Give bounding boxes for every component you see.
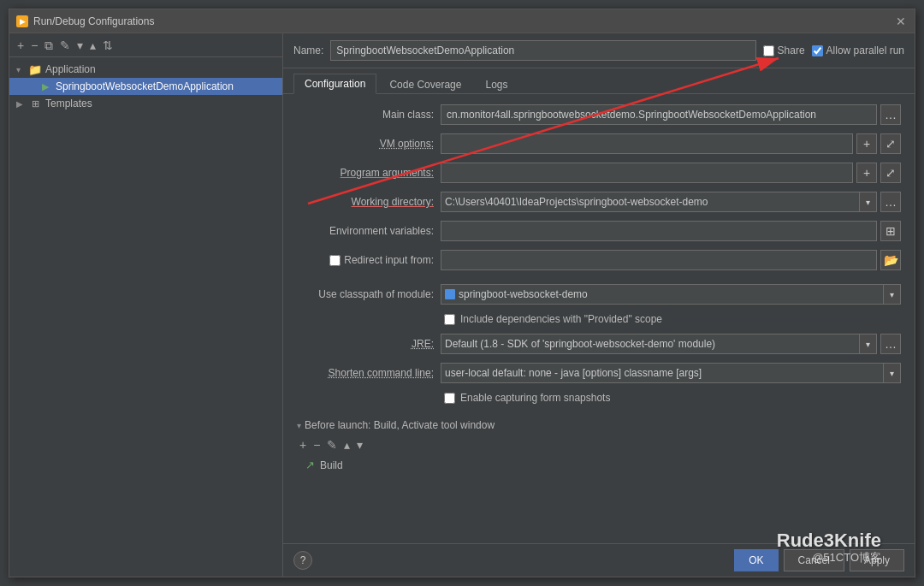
env-vars-input[interactable] [441, 221, 877, 241]
ok-button[interactable]: OK [734, 549, 778, 571]
program-args-input[interactable] [441, 163, 853, 183]
build-item: ↗ Build [300, 457, 901, 473]
classpath-dropdown-btn[interactable]: ▾ [884, 284, 901, 305]
working-dir-dropdown: ▾ [441, 192, 877, 212]
redirect-input[interactable] [441, 250, 877, 270]
share-area: Share [763, 44, 805, 56]
main-class-row: Main class: … [297, 104, 901, 125]
include-deps-row: Include dependencies with "Provided" sco… [444, 313, 901, 325]
bottom-right: OK Cancel Apply [734, 549, 904, 571]
arrow-up-button[interactable]: ▴ [87, 39, 98, 51]
close-button[interactable]: ✕ [894, 15, 908, 28]
jre-dropdown-btn[interactable]: ▾ [860, 334, 877, 354]
enable-capturing-checkbox[interactable] [444, 393, 455, 404]
jre-label: JRE: [297, 338, 434, 350]
main-class-label: Main class: [297, 109, 434, 121]
redirect-checkbox[interactable] [329, 255, 341, 266]
tabs-bar: Configuration Code Coverage Logs [283, 68, 915, 94]
redirect-spacer: Redirect input from: [297, 254, 434, 266]
jre-dropdown: ▾ [441, 334, 877, 354]
tab-logs[interactable]: Logs [474, 74, 518, 94]
templates-label: Templates [45, 98, 92, 110]
before-edit-btn[interactable]: ✎ [324, 438, 340, 452]
config-content: Main class: … VM options: + ⤢ [283, 94, 915, 543]
env-vars-browse-btn[interactable]: ⊞ [880, 221, 901, 241]
name-input[interactable] [330, 40, 755, 61]
working-dir-row: Working directory: ▾ … [297, 192, 901, 212]
jre-browse-btn[interactable]: … [880, 334, 901, 354]
vm-options-input-group: + ⤢ [441, 133, 901, 154]
redirect-browse-btn[interactable]: 📂 [880, 250, 901, 270]
copy-button[interactable]: ⧉ [42, 39, 56, 51]
vm-fullscreen-btn[interactable]: ⤢ [880, 133, 901, 154]
args-expand-btn[interactable]: + [856, 163, 877, 183]
jre-input[interactable] [441, 334, 860, 354]
bottom-bar: ? OK Cancel Apply [283, 543, 915, 577]
share-checkbox[interactable] [763, 45, 774, 56]
name-label: Name: [293, 44, 323, 56]
right-panel: Name: Share Allow parallel run Configura… [283, 33, 915, 577]
shorten-dropdown-btn[interactable]: ▾ [884, 363, 901, 383]
templates-icon: ⊞ [28, 97, 42, 110]
vm-expand-btn[interactable]: + [856, 133, 877, 154]
vm-options-input[interactable] [441, 133, 853, 154]
edit-button[interactable]: ✎ [57, 39, 73, 51]
args-fullscreen-btn[interactable]: ⤢ [880, 163, 901, 183]
arrow-down-button[interactable]: ▾ [74, 39, 86, 51]
program-args-label: Program arguments: [297, 167, 434, 179]
vm-options-row: VM options: + ⤢ [297, 133, 901, 154]
share-label: Share [778, 44, 805, 56]
build-icon: ↗ [305, 459, 315, 471]
env-vars-row: Environment variables: ⊞ [297, 221, 901, 241]
vm-options-label: VM options: [297, 138, 434, 150]
parallel-checkbox[interactable] [812, 45, 823, 56]
cancel-button[interactable]: Cancel [784, 549, 844, 571]
working-dir-browse-btn[interactable]: … [880, 192, 901, 212]
before-up-btn[interactable]: ▴ [341, 438, 352, 452]
tree-application-group[interactable]: ▾ 📁 Application [9, 61, 282, 78]
program-args-row: Program arguments: + ⤢ [297, 163, 901, 183]
bottom-left: ? [293, 551, 312, 570]
working-dir-dropdown-btn[interactable]: ▾ [860, 192, 877, 212]
include-deps-checkbox[interactable] [444, 314, 455, 325]
module-icon [445, 289, 455, 299]
tab-configuration[interactable]: Configuration [293, 74, 376, 94]
before-add-btn[interactable]: + [297, 438, 309, 452]
tree-config-item[interactable]: ▶ SpringbootWebsocketDemoApplication [9, 78, 282, 95]
config-name-label: SpringbootWebsocketDemoApplication [56, 80, 234, 92]
enable-capturing-row: Enable capturing form snapshots [444, 392, 901, 404]
before-launch-section: ▾ Before launch: Build, Activate tool wi… [297, 419, 901, 431]
redirect-input-row: Redirect input from: 📂 [297, 250, 901, 270]
main-class-browse-btn[interactable]: … [880, 104, 901, 125]
dialog-icon: ▶ [16, 15, 28, 27]
tab-code-coverage[interactable]: Code Coverage [378, 74, 472, 94]
application-folder-icon: 📁 [28, 62, 42, 76]
before-down-btn[interactable]: ▾ [354, 438, 365, 452]
dialog-title: Run/Debug Configurations [33, 15, 894, 27]
tree-arrow-expand: ▾ [16, 65, 27, 74]
enable-capturing-label: Enable capturing form snapshots [460, 392, 610, 404]
sort-button[interactable]: ⇅ [100, 39, 116, 51]
working-dir-label: Working directory: [297, 196, 434, 208]
main-class-input[interactable] [441, 104, 877, 125]
env-vars-input-group: ⊞ [441, 221, 901, 241]
tree-templates-arrow: ▶ [16, 99, 27, 109]
left-toolbar: + − ⧉ ✎ ▾ ▴ ⇅ [9, 33, 282, 57]
working-dir-input[interactable] [441, 192, 860, 212]
include-deps-label: Include dependencies with "Provided" sco… [460, 313, 662, 325]
remove-button[interactable]: − [28, 39, 40, 51]
help-button[interactable]: ? [293, 551, 312, 570]
parallel-area: Allow parallel run [812, 44, 904, 56]
left-panel: + − ⧉ ✎ ▾ ▴ ⇅ ▾ 📁 Application [9, 33, 283, 577]
redirect-input-group: 📂 [441, 250, 901, 270]
tree-templates-group[interactable]: ▶ ⊞ Templates [9, 95, 282, 112]
add-button[interactable]: + [15, 39, 27, 51]
before-remove-btn[interactable]: − [311, 438, 323, 452]
classpath-row: Use classpath of module: springboot-webs… [297, 284, 901, 305]
apply-button[interactable]: Apply [850, 549, 904, 571]
section-collapse-arrow[interactable]: ▾ [297, 421, 301, 430]
parallel-label: Allow parallel run [826, 44, 904, 56]
shorten-row: Shorten command line: ▾ [297, 363, 901, 383]
program-args-input-group: + ⤢ [441, 163, 901, 183]
shorten-input[interactable] [441, 363, 884, 383]
